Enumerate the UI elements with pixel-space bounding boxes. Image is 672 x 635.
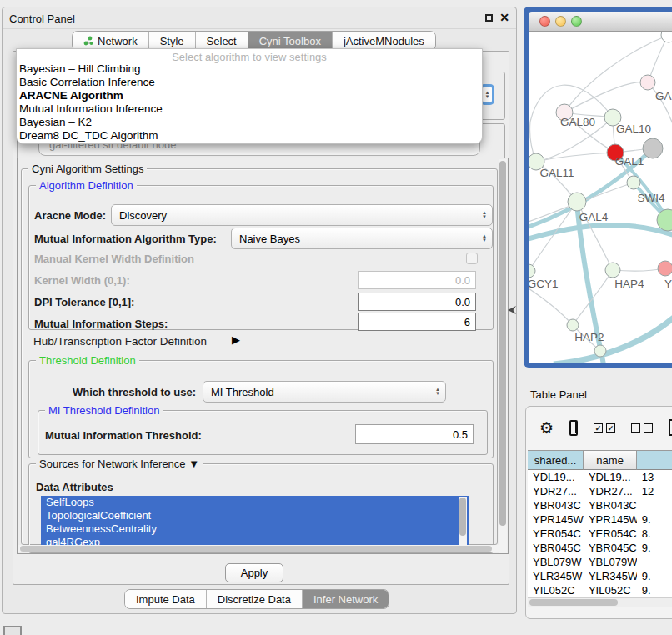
tab-label: jActiveMNodules — [344, 35, 424, 48]
tab-jactivemnodules[interactable]: jActiveMNodules — [332, 32, 435, 50]
table-cell: YPR145W — [584, 512, 637, 527]
float-window-icon[interactable] — [485, 14, 493, 22]
mi-steps-field[interactable]: 6 — [358, 312, 476, 331]
table-cell: YLR345W — [584, 569, 637, 583]
attribute-list-item[interactable]: SelfLoops — [41, 496, 469, 509]
table-row[interactable]: YBL079WYBL079W — [528, 555, 672, 569]
dpi-tolerance-label: DPI Tolerance [0,1]: — [34, 296, 134, 308]
table-cell: YBL079W — [584, 555, 637, 569]
tab-style[interactable]: Style — [148, 32, 195, 50]
table-cell: 9. — [637, 541, 672, 555]
settings-gear-icon[interactable]: ⚙ — [539, 420, 554, 436]
threshold-definition-groupbox: Threshold Definition Which threshold to … — [28, 360, 494, 458]
tab-label: Infer Network — [313, 593, 378, 606]
tab-infer-network[interactable]: Infer Network — [302, 590, 389, 608]
dropdown-item[interactable]: Bayesian – Hill Climbing — [17, 62, 482, 76]
table-cell: YBL079W — [528, 555, 584, 569]
network-node[interactable] — [640, 75, 655, 90]
sources-groupbox: Sources for Network Inference ▼ Data Att… — [28, 463, 494, 553]
table-cell: YDR27... — [584, 484, 637, 498]
table-horizontal-scrollbar[interactable] — [528, 598, 672, 607]
dropdown-item[interactable]: ARACNE Algorithm — [17, 89, 482, 102]
network-node[interactable] — [594, 345, 606, 357]
attributes-scrollbar[interactable] — [459, 497, 467, 547]
network-node[interactable] — [661, 32, 672, 42]
dpi-tolerance-field[interactable]: 0.0 — [358, 292, 476, 311]
tab-discretize-data[interactable]: Discretize Data — [206, 590, 302, 608]
network-view-window: GALGAL80GAL10GAL1GAL11SWI4GAL4GCY1HAP4YH… — [524, 7, 672, 368]
table-row[interactable]: YBR043CYBR043C — [528, 498, 672, 512]
expand-right-icon[interactable]: ▶ — [232, 333, 240, 346]
network-node-label: GAL4 — [579, 211, 609, 223]
table-row[interactable]: YER054CYER054C8. — [528, 527, 672, 541]
tab-network[interactable]: Network — [73, 32, 148, 50]
tab-select[interactable]: Select — [195, 32, 248, 50]
table-column-header[interactable]: shared... — [528, 450, 584, 470]
network-node-label: GAL11 — [539, 167, 574, 179]
table-column-header[interactable]: name — [584, 450, 637, 470]
deselect-checkboxes-icon[interactable] — [631, 423, 653, 432]
settings-vertical-scrollbar[interactable] — [499, 159, 507, 553]
network-canvas[interactable]: GALGAL80GAL10GAL1GAL11SWI4GAL4GCY1HAP4YH… — [529, 32, 672, 362]
table-row[interactable]: YBR045CYBR045C9. — [528, 541, 672, 555]
table-cell: YBR043C — [528, 498, 584, 512]
split-columns-icon[interactable] — [569, 420, 578, 436]
table-column-header[interactable] — [637, 450, 672, 470]
combo-spinner-icon: ▲▼ — [482, 234, 487, 242]
network-node[interactable] — [658, 261, 672, 276]
apply-button[interactable]: Apply — [225, 563, 283, 582]
network-graph: GALGAL80GAL10GAL1GAL11SWI4GAL4GCY1HAP4YH… — [529, 32, 672, 362]
network-node-label: SWI4 — [637, 192, 664, 204]
network-node-label: GAL10 — [616, 122, 651, 135]
network-node[interactable] — [627, 176, 640, 189]
settings-horizontal-scrollbar[interactable] — [18, 545, 499, 552]
collapse-down-icon[interactable]: ▼ — [188, 458, 199, 470]
data-attributes-list[interactable]: SelfLoopsTopologicalCoefficientBetweenne… — [41, 496, 469, 548]
aracne-mode-value: Discovery — [119, 209, 167, 222]
mi-steps-label: Mutual Information Steps: — [34, 318, 168, 330]
settings-scrollpane: Cyni Algorithm Settings Algorithm Defini… — [17, 158, 509, 554]
network-node[interactable] — [568, 192, 586, 211]
dropdown-item[interactable]: Dream8 DC_TDC Algorithm — [17, 129, 482, 142]
attribute-list-item[interactable]: TopologicalCoefficient — [41, 509, 469, 522]
table-row[interactable]: YDL19...YDL19...13 — [528, 470, 672, 484]
network-window-titlebar[interactable] — [529, 12, 672, 32]
close-traffic-light-icon[interactable] — [539, 16, 550, 27]
table-cell: YDL19... — [528, 470, 584, 484]
hub-definition-label: Hub/Transcription Factor Definition — [33, 335, 207, 348]
dropdown-item[interactable]: Bayesian – K2 — [17, 116, 482, 129]
kernel-width-field[interactable]: 0.0 — [358, 271, 476, 289]
dropdown-item[interactable]: Basic Correlation Inference — [17, 76, 482, 89]
table-row[interactable]: YLR345WYLR345W9. — [528, 569, 672, 583]
table-cell: 9. — [637, 512, 672, 527]
close-window-icon[interactable]: ✕ — [499, 11, 509, 24]
table-row[interactable]: YDR27...YDR27...12 — [528, 484, 672, 498]
network-node[interactable] — [605, 262, 620, 278]
table-cell: YER054C — [528, 527, 584, 541]
network-node[interactable] — [567, 319, 579, 331]
mi-threshold-field[interactable]: 0.5 — [355, 424, 474, 444]
network-icon — [83, 36, 93, 46]
network-node[interactable] — [643, 138, 663, 158]
document-icon[interactable] — [669, 419, 672, 436]
network-node[interactable] — [529, 264, 535, 278]
tab-impute-data[interactable]: Impute Data — [125, 590, 206, 608]
aracne-mode-combo[interactable]: Discovery ▲▼ — [111, 204, 493, 226]
tab-cyni-toolbox[interactable]: Cyni Toolbox — [248, 32, 332, 50]
dropdown-item[interactable]: Mutual Information Inference — [17, 102, 482, 116]
which-threshold-combo[interactable]: MI Threshold ▲▼ — [203, 381, 446, 402]
control-panel-window: Control Panel ✕ NetworkStyleSelectCyni T… — [2, 7, 517, 614]
sources-title: Sources for Network Inference ▼ — [36, 458, 203, 470]
select-all-checkboxes-icon[interactable]: ✓✓ — [594, 423, 615, 432]
mi-type-combo[interactable]: Naive Bayes ▲▼ — [231, 228, 493, 249]
collapsed-panel-button[interactable] — [3, 626, 22, 635]
table-cell: 8. — [637, 527, 672, 541]
table-row[interactable]: YPR145WYPR145W9. — [528, 512, 672, 527]
minimize-traffic-light-icon[interactable] — [555, 16, 566, 27]
table-row[interactable]: YIL052CYIL052C9. — [528, 583, 672, 598]
control-panel-titlebar: Control Panel ✕ — [3, 8, 516, 29]
attribute-list-item[interactable]: BetweennessCentrality — [41, 522, 469, 536]
tab-label: Select — [207, 35, 237, 48]
zoom-traffic-light-icon[interactable] — [571, 16, 582, 27]
manual-kernel-checkbox[interactable] — [466, 252, 478, 264]
